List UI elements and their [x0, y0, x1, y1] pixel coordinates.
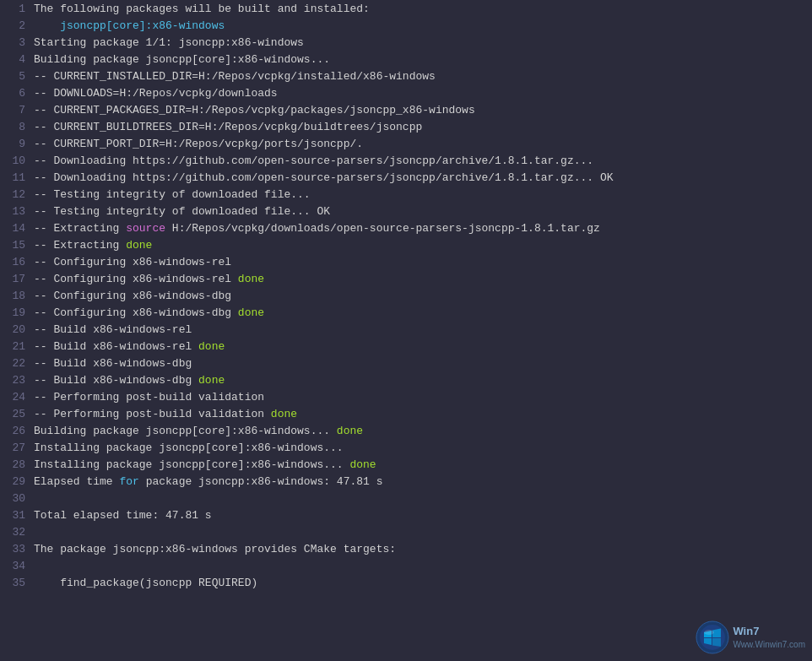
line-number: 32 [0, 526, 34, 539]
line-content: -- Performing post-build validation done [34, 408, 297, 420]
table-row: 34 [0, 557, 812, 574]
table-row: 7-- CURRENT_PACKAGES_DIR=H:/Repos/vcpkg/… [0, 101, 812, 118]
table-row: 33The package jsoncpp:x86-windows provid… [0, 540, 812, 557]
table-row: 6-- DOWNLOADS=H:/Repos/vcpkg/downloads [0, 84, 812, 101]
line-content: -- Testing integrity of downloaded file.… [34, 188, 311, 201]
table-row: 25-- Performing post-build validation do… [0, 405, 812, 422]
line-content: Installing package jsoncpp[core]:x86-win… [34, 442, 344, 454]
line-content: -- Configuring x86-windows-dbg [34, 290, 231, 302]
table-row: 11-- Downloading https://github.com/open… [0, 169, 812, 186]
line-number: 34 [0, 560, 34, 572]
line-content: -- Testing integrity of downloaded file.… [34, 205, 330, 218]
line-number: 17 [0, 273, 34, 285]
line-number: 12 [0, 188, 34, 201]
line-content: -- Build x86-windows-dbg [34, 357, 192, 370]
table-row: 16-- Configuring x86-windows-rel [0, 253, 812, 270]
table-row: 32 [0, 523, 812, 540]
line-number: 22 [0, 357, 34, 370]
line-number: 14 [0, 222, 34, 235]
line-number: 24 [0, 391, 34, 404]
table-row: 27Installing package jsoncpp[core]:x86-w… [0, 439, 812, 456]
table-row: 20-- Build x86-windows-rel [0, 321, 812, 338]
line-number: 27 [0, 442, 34, 454]
line-content: -- DOWNLOADS=H:/Repos/vcpkg/downloads [34, 87, 278, 100]
line-number: 25 [0, 408, 34, 420]
line-number: 6 [0, 87, 34, 100]
line-number: 11 [0, 171, 34, 184]
line-number: 18 [0, 290, 34, 302]
line-content: -- Extracting source H:/Repos/vcpkg/down… [34, 222, 600, 235]
line-content: -- CURRENT_INSTALLED_DIR=H:/Repos/vcpkg/… [34, 70, 436, 83]
table-row: 21-- Build x86-windows-rel done [0, 338, 812, 355]
table-row: 31Total elapsed time: 47.81 s [0, 507, 812, 523]
line-content: -- CURRENT_PACKAGES_DIR=H:/Repos/vcpkg/p… [34, 104, 475, 116]
terminal: 1The following packages will be built an… [0, 0, 812, 661]
table-row: 26Building package jsoncpp[core]:x86-win… [0, 422, 812, 439]
line-number: 8 [0, 121, 34, 133]
line-content: -- Build x86-windows-rel [34, 323, 192, 336]
line-number: 13 [0, 205, 34, 218]
line-number: 1 [0, 3, 34, 15]
line-number: 33 [0, 543, 34, 555]
line-content: -- Configuring x86-windows-dbg done [34, 306, 264, 319]
line-content: -- Downloading https://github.com/open-s… [34, 154, 593, 167]
line-content: Building package jsoncpp[core]:x86-windo… [34, 425, 363, 437]
line-number: 30 [0, 492, 34, 505]
line-number: 29 [0, 475, 34, 488]
line-content: Starting package 1/1: jsoncpp:x86-window… [34, 36, 304, 49]
line-content: Installing package jsoncpp[core]:x86-win… [34, 458, 376, 471]
table-row: 29Elapsed time for package jsoncpp:x86-w… [0, 473, 812, 490]
line-content: -- Downloading https://github.com/open-s… [34, 171, 614, 184]
line-content: Building package jsoncpp[core]:x86-windo… [34, 53, 330, 66]
watermark-url: Www.Winwin7.com [733, 639, 805, 651]
table-row: 15-- Extracting done [0, 236, 812, 253]
line-number: 5 [0, 70, 34, 83]
table-row: 17-- Configuring x86-windows-rel done [0, 270, 812, 287]
line-content: jsoncpp[core]:x86-windows [34, 19, 225, 32]
table-row: 10-- Downloading https://github.com/open… [0, 152, 812, 169]
table-row: 2 jsoncpp[core]:x86-windows [0, 17, 812, 34]
line-number: 23 [0, 374, 34, 387]
line-content: Elapsed time for package jsoncpp:x86-win… [34, 475, 382, 488]
table-row: 12-- Testing integrity of downloaded fil… [0, 186, 812, 203]
line-content: -- Performing post-build validation [34, 391, 264, 404]
line-number: 4 [0, 53, 34, 66]
table-row: 13-- Testing integrity of downloaded fil… [0, 203, 812, 219]
line-number: 15 [0, 239, 34, 252]
line-number: 28 [0, 458, 34, 471]
line-content: find_package(jsoncpp REQUIRED) [34, 577, 257, 589]
line-content: -- CURRENT_BUILDTREES_DIR=H:/Repos/vcpkg… [34, 121, 422, 133]
table-row: 5-- CURRENT_INSTALLED_DIR=H:/Repos/vcpkg… [0, 68, 812, 84]
line-content: The package jsoncpp:x86-windows provides… [34, 543, 396, 555]
table-row: 18-- Configuring x86-windows-dbg [0, 287, 812, 304]
brand-label: Win7 [733, 624, 805, 639]
table-row: 22-- Build x86-windows-dbg [0, 355, 812, 371]
table-row: 24-- Performing post-build validation [0, 388, 812, 405]
line-content: -- Configuring x86-windows-rel done [34, 273, 264, 285]
line-number: 9 [0, 138, 34, 150]
line-content: -- Build x86-windows-rel done [34, 340, 225, 353]
win7-logo-icon [696, 620, 729, 654]
line-number: 21 [0, 340, 34, 353]
table-row: 1The following packages will be built an… [0, 0, 812, 17]
line-number: 3 [0, 36, 34, 49]
line-number: 35 [0, 577, 34, 589]
table-row: 28Installing package jsoncpp[core]:x86-w… [0, 456, 812, 473]
line-number: 2 [0, 19, 34, 32]
line-number: 26 [0, 425, 34, 437]
table-row: 9-- CURRENT_PORT_DIR=H:/Repos/vcpkg/port… [0, 135, 812, 152]
line-content: Total elapsed time: 47.81 s [34, 509, 212, 522]
line-content: -- Build x86-windows-dbg done [34, 374, 225, 387]
line-content: -- Extracting done [34, 239, 152, 252]
line-number: 10 [0, 154, 34, 167]
table-row: 8-- CURRENT_BUILDTREES_DIR=H:/Repos/vcpk… [0, 118, 812, 135]
line-number: 19 [0, 306, 34, 319]
line-content: -- Configuring x86-windows-rel [34, 256, 231, 268]
line-number: 16 [0, 256, 34, 268]
line-content: The following packages will be built and… [34, 3, 370, 15]
table-row: 14-- Extracting source H:/Repos/vcpkg/do… [0, 219, 812, 236]
line-number: 20 [0, 323, 34, 336]
table-row: 19-- Configuring x86-windows-dbg done [0, 304, 812, 321]
table-row: 23-- Build x86-windows-dbg done [0, 371, 812, 388]
watermark: Win7 Www.Winwin7.com [696, 620, 805, 654]
